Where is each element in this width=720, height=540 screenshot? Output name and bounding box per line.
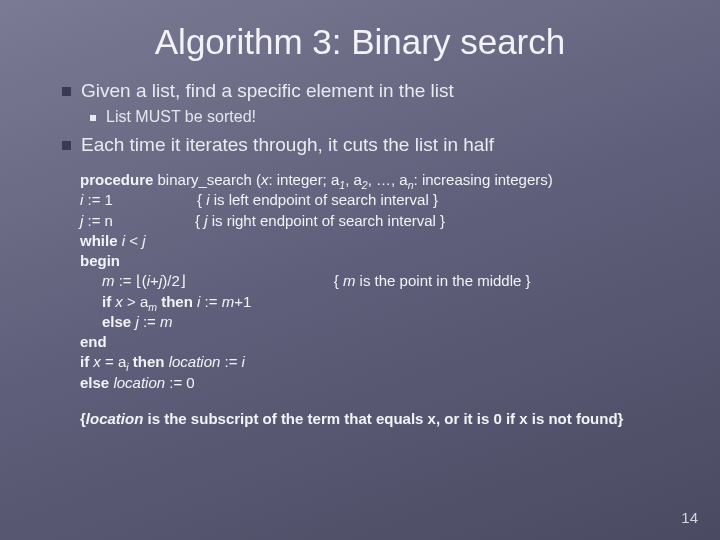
code-line: if x = ai then location := i — [80, 352, 640, 372]
bullet-square-icon — [90, 115, 96, 121]
bullet-square-icon — [62, 141, 71, 150]
bullet-text: List MUST be sorted! — [106, 108, 256, 126]
pseudocode-block: procedure binary_search (x: integer; a1,… — [80, 170, 640, 429]
code-line: begin — [80, 251, 640, 271]
bullet-level2: List MUST be sorted! — [90, 108, 658, 126]
slide: Algorithm 3: Binary search Given a list,… — [0, 0, 720, 540]
code-line: end — [80, 332, 640, 352]
code-line: while i < j — [80, 231, 640, 251]
code-line: m := ⌊(i+j)/2⌋{ m is the point in the mi… — [80, 271, 640, 291]
code-line: procedure binary_search (x: integer; a1,… — [80, 170, 640, 190]
code-line: if x > am then i := m+1 — [80, 292, 640, 312]
code-line: j := n{ j is right endpoint of search in… — [80, 211, 640, 231]
code-line: else location := 0 — [80, 373, 640, 393]
code-footnote: {location is the subscript of the term t… — [80, 409, 640, 429]
bullet-level1: Given a list, find a specific element in… — [62, 80, 658, 102]
bullet-text: Given a list, find a specific element in… — [81, 80, 454, 102]
code-line: else j := m — [80, 312, 640, 332]
bullet-text: Each time it iterates through, it cuts t… — [81, 134, 494, 156]
slide-content: Given a list, find a specific element in… — [0, 80, 720, 429]
slide-title: Algorithm 3: Binary search — [0, 0, 720, 80]
bullet-level1: Each time it iterates through, it cuts t… — [62, 134, 658, 156]
code-line: i := 1{ i is left endpoint of search int… — [80, 190, 640, 210]
bullet-square-icon — [62, 87, 71, 96]
page-number: 14 — [681, 509, 698, 526]
